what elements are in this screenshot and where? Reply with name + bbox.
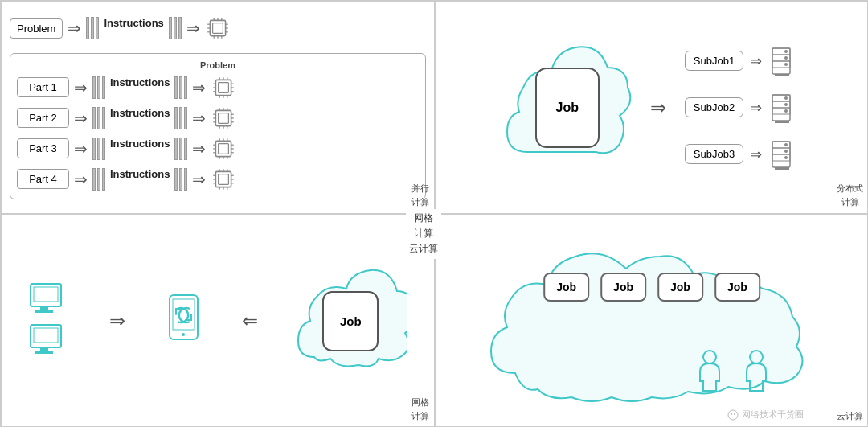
subjob3-box: SubJob3 — [685, 144, 743, 164]
grid-arrow-2: ⇐ — [242, 310, 258, 332]
subjobs-column: SubJob1 ⇒ SubJob2 ⇒ — [685, 45, 800, 170]
svg-point-90 — [784, 143, 788, 146]
svg-point-105 — [703, 351, 716, 363]
problem-group-label: Problem — [17, 60, 419, 70]
cloud-job-3: Job — [657, 273, 703, 302]
instr-p3: Instructions — [92, 138, 187, 160]
instr-p4-label: Instructions — [107, 168, 173, 191]
cloud-computing-quadrant: Job Job Job Job 云计算 — [435, 214, 868, 427]
subjob2-arrow: ⇒ — [750, 99, 762, 117]
svg-point-74 — [784, 50, 788, 53]
server-stack-icon-1 — [29, 282, 73, 318]
subjob1-arrow: ⇒ — [750, 52, 762, 70]
svg-point-109 — [734, 413, 735, 415]
instr-p1: Instructions — [92, 76, 187, 99]
server-icon-1 — [768, 45, 800, 77]
arrow-p2: ⇒ — [74, 109, 88, 128]
parallel-label: 并行 计算 — [411, 182, 429, 208]
svg-rect-77 — [775, 74, 789, 76]
part2-box: Part 2 — [17, 108, 69, 128]
instr-p3-label: Instructions — [107, 138, 173, 160]
job-box-grid: Job — [322, 291, 379, 351]
parallel-computing-quadrant: Problem ⇒ Instructions ⇒ — [1, 1, 435, 214]
part1-box: Part 1 — [17, 77, 69, 97]
arrow-p3: ⇒ — [74, 139, 88, 158]
svg-point-104 — [182, 333, 185, 336]
svg-point-106 — [750, 351, 763, 363]
arrow-p4-2: ⇒ — [192, 170, 206, 189]
svg-point-92 — [784, 156, 788, 159]
cloud-divider-label: 云计算 — [409, 241, 438, 257]
cloud-job-4: Job — [714, 273, 760, 302]
svg-rect-93 — [775, 167, 789, 170]
svg-point-82 — [784, 96, 788, 100]
problem-box: Problem — [10, 18, 63, 39]
grid-arrow-1: ⇒ — [109, 310, 125, 332]
cpu-icon-p3 — [211, 136, 236, 162]
svg-point-75 — [784, 56, 788, 60]
cloud-job-2: Job — [600, 273, 646, 302]
job-box-distributed: Job — [535, 68, 600, 148]
job-cloud-container: Job — [503, 23, 632, 192]
problem-row: Problem ⇒ Instructions ⇒ — [10, 15, 426, 41]
svg-rect-57 — [219, 174, 229, 184]
arrow-p3-2: ⇒ — [192, 139, 206, 158]
watermark: 网络技术干货圈 — [727, 409, 804, 421]
server-icon-2 — [768, 92, 800, 124]
cloud-job-1: Job — [543, 273, 589, 302]
arrow-p2-2: ⇒ — [192, 109, 206, 128]
svg-rect-101 — [35, 351, 53, 354]
part4-box: Part 4 — [17, 169, 69, 189]
grid-label: 网格 计算 — [411, 396, 429, 422]
subjob3-row: SubJob3 ⇒ — [685, 138, 800, 170]
svg-rect-99 — [34, 328, 58, 343]
grid-divider-label: 网格 计算 — [409, 211, 438, 241]
grid-computing-quadrant: ⇒ ⇐ Job — [1, 214, 435, 427]
part3-box: Part 3 — [17, 138, 69, 158]
svg-point-84 — [784, 109, 788, 113]
grid-job-cloud: Job — [294, 261, 407, 381]
part1-row: Part 1 ⇒ Instructions ⇒ — [17, 75, 419, 101]
wechat-icon — [727, 409, 739, 421]
instr-p4: Instructions — [92, 168, 187, 191]
cpu-icon-p4 — [211, 166, 236, 192]
arrow-p4: ⇒ — [74, 170, 88, 189]
distributed-label: 分布式 计算 — [837, 182, 863, 208]
server-stack — [29, 282, 73, 359]
arrow-p1: ⇒ — [74, 78, 88, 97]
svg-rect-85 — [775, 121, 789, 123]
cpu-icon-top — [205, 15, 231, 41]
phone-device-icon — [162, 291, 206, 347]
server-icon-3 — [768, 138, 800, 170]
cloud-label: 云计算 — [837, 410, 863, 422]
svg-point-107 — [728, 410, 738, 420]
subjob3-arrow: ⇒ — [750, 146, 762, 163]
svg-rect-1 — [212, 23, 223, 34]
svg-rect-100 — [40, 347, 48, 351]
instruction-bars-single: Instructions — [86, 17, 181, 39]
svg-rect-15 — [219, 82, 229, 92]
instructions-label-top: Instructions — [100, 17, 166, 39]
server-stack-icon-2 — [29, 323, 73, 359]
person-icons — [694, 349, 772, 393]
svg-rect-43 — [219, 143, 229, 154]
svg-rect-29 — [219, 113, 229, 123]
svg-rect-97 — [35, 310, 53, 313]
svg-rect-102 — [170, 295, 198, 339]
part2-row: Part 2 ⇒ Instructions ⇒ — [17, 105, 419, 131]
cpu-icon-p2 — [211, 105, 236, 131]
cloud-computing-wrapper: Job Job Job Job — [483, 232, 821, 409]
person-icon-1 — [694, 349, 726, 393]
person-icon-2 — [740, 349, 772, 393]
svg-point-76 — [784, 63, 788, 66]
subjob1-row: SubJob1 ⇒ — [685, 45, 800, 77]
svg-point-91 — [784, 150, 788, 153]
subjob2-row: SubJob2 ⇒ — [685, 92, 800, 124]
cpu-icon-p1 — [211, 75, 236, 101]
svg-point-108 — [731, 413, 732, 415]
subjob1-box: SubJob1 — [685, 51, 743, 71]
center-divider-labels: 网格 计算 云计算 — [406, 209, 441, 259]
arrow-p1-2: ⇒ — [192, 78, 206, 97]
arrow-icon-2: ⇒ — [186, 18, 200, 38]
instr-p2: Instructions — [92, 107, 187, 129]
